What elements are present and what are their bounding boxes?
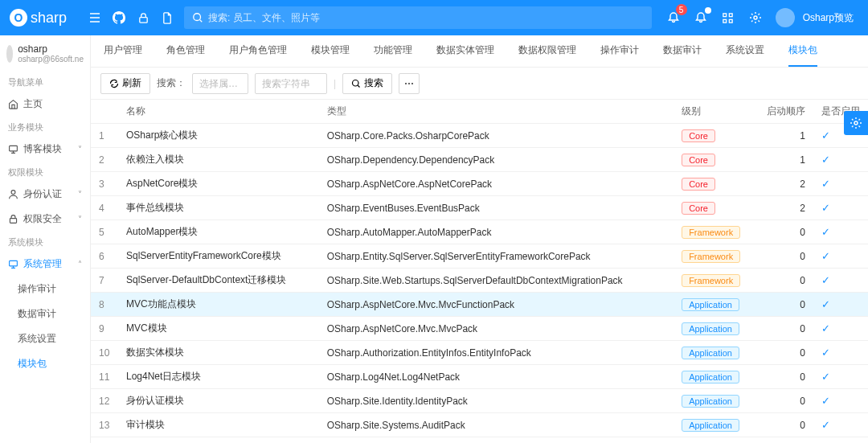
table-row[interactable]: 12 身份认证模块 OSharp.Site.Identity.IdentityP… bbox=[91, 389, 868, 413]
keyword-input[interactable] bbox=[255, 73, 327, 94]
monitor-icon bbox=[8, 144, 18, 154]
row-enabled: ✓ bbox=[813, 317, 868, 341]
table-row[interactable]: 14 系统信息模块 OSharp.Systems.SystemPack Appl… bbox=[91, 437, 868, 444]
search-input[interactable] bbox=[208, 12, 644, 23]
nav-group-label: 权限模块 bbox=[0, 162, 90, 182]
sidebar-item-settings[interactable]: 系统设置 bbox=[0, 326, 90, 351]
tab-sys-setting[interactable]: 系统设置 bbox=[726, 35, 764, 67]
col-type[interactable]: 类型 bbox=[319, 100, 674, 124]
sidebar-item-dataaudit[interactable]: 数据审计 bbox=[0, 301, 90, 326]
nav-item-label: 系统管理 bbox=[23, 257, 62, 271]
table-row[interactable]: 2 依赖注入模块 OSharp.Dependency.DependencyPac… bbox=[91, 148, 868, 172]
chevron-down-icon: ˅ bbox=[78, 215, 82, 224]
table-row[interactable]: 10 数据实体模块 OSharp.Authorization.EntityInf… bbox=[91, 341, 868, 365]
row-name: 数据实体模块 bbox=[118, 341, 319, 365]
col-level[interactable]: 级别 bbox=[674, 100, 759, 124]
sidebar-item-security[interactable]: 权限安全˅ bbox=[0, 207, 90, 232]
gear-icon bbox=[850, 117, 862, 129]
row-index: 12 bbox=[91, 389, 118, 413]
row-level: Framework bbox=[674, 220, 759, 244]
row-type: OSharp.Site.Web.Startups.SqlServerDefaul… bbox=[319, 269, 674, 293]
nav-group-label: 导航菜单 bbox=[0, 72, 90, 92]
nav-group-label: 系统模块 bbox=[0, 232, 90, 252]
row-enabled: ✓ bbox=[813, 365, 868, 389]
tab-module-mgr[interactable]: 模块管理 bbox=[311, 35, 350, 67]
tab-user-mgr[interactable]: 用户管理 bbox=[104, 35, 142, 67]
row-order: 0 bbox=[759, 293, 813, 317]
row-enabled: ✓ bbox=[813, 293, 868, 317]
alert-bell-icon[interactable] bbox=[689, 6, 713, 30]
brand-icon: O bbox=[10, 9, 27, 27]
table-row[interactable]: 13 审计模块 OSharp.Site.Systems.AuditPack Ap… bbox=[91, 413, 868, 437]
notification-bell-icon[interactable]: 5 bbox=[661, 6, 686, 30]
row-level: Core bbox=[674, 172, 759, 196]
sidebar-item-home[interactable]: 主页 bbox=[0, 92, 90, 117]
row-enabled: ✓ bbox=[813, 172, 868, 196]
sidebar-item-opaudit[interactable]: 操作审计 bbox=[0, 277, 90, 301]
sidebar-item-sysmgr[interactable]: 系统管理˄ bbox=[0, 252, 90, 277]
username[interactable]: Osharp预览 bbox=[803, 11, 854, 25]
tab-data-audit[interactable]: 数据审计 bbox=[663, 35, 702, 67]
tab-func-mgr[interactable]: 功能管理 bbox=[374, 35, 412, 67]
sidebar-user-email: osharp@66soft.ne bbox=[18, 55, 84, 64]
tab-entity-mgr[interactable]: 数据实体管理 bbox=[436, 35, 494, 67]
table-row[interactable]: 8 MVC功能点模块 OSharp.AspNetCore.Mvc.MvcFunc… bbox=[91, 293, 868, 317]
row-index: 2 bbox=[91, 148, 118, 172]
brand[interactable]: O sharp bbox=[10, 9, 67, 27]
svg-rect-3 bbox=[730, 13, 733, 16]
row-level: Framework bbox=[674, 269, 759, 293]
col-name[interactable]: 名称 bbox=[118, 100, 319, 124]
row-type: OSharp.Authorization.EntityInfos.EntityI… bbox=[319, 341, 674, 365]
row-order: 0 bbox=[759, 341, 813, 365]
row-type: OSharp.Core.Packs.OsharpCorePack bbox=[319, 124, 674, 148]
theme-settings-fab[interactable] bbox=[844, 111, 868, 135]
row-level: Framework bbox=[674, 244, 759, 269]
menu-collapse-icon[interactable] bbox=[83, 6, 107, 30]
sidebar-user[interactable]: osharp osharp@66soft.ne bbox=[0, 40, 90, 72]
tab-role-mgr[interactable]: 角色管理 bbox=[166, 35, 205, 67]
search-icon bbox=[351, 79, 361, 88]
sidebar-item-identity[interactable]: 身份认证˅ bbox=[0, 182, 90, 207]
row-order: 1 bbox=[759, 148, 813, 172]
table-row[interactable]: 9 MVC模块 OSharp.AspNetCore.Mvc.MvcPack Ap… bbox=[91, 317, 868, 341]
table-row[interactable]: 4 事件总线模块 OSharp.EventBuses.EventBusPack … bbox=[91, 196, 868, 220]
table-row[interactable]: 11 Log4Net日志模块 OSharp.Log4Net.Log4NetPac… bbox=[91, 365, 868, 389]
tab-auth-mgr[interactable]: 数据权限管理 bbox=[518, 35, 576, 67]
global-search[interactable] bbox=[184, 6, 652, 29]
row-name: 身份认证模块 bbox=[118, 389, 319, 413]
more-button[interactable]: ⋯ bbox=[399, 73, 420, 94]
grid-apps-icon[interactable] bbox=[716, 6, 740, 30]
tab-user-role[interactable]: 用户角色管理 bbox=[229, 35, 287, 67]
row-index: 1 bbox=[91, 124, 118, 148]
svg-rect-4 bbox=[723, 19, 727, 23]
row-level: Application bbox=[674, 365, 759, 389]
alert-dot bbox=[705, 7, 711, 14]
table-row[interactable]: 1 OSharp核心模块 OSharp.Core.Packs.OsharpCor… bbox=[91, 124, 868, 148]
settings-gear-icon[interactable] bbox=[743, 6, 768, 30]
svg-rect-2 bbox=[723, 13, 727, 16]
field-select[interactable] bbox=[192, 73, 248, 94]
sidebar-item-blog[interactable]: 博客模块˅ bbox=[0, 137, 90, 162]
user-avatar[interactable] bbox=[776, 8, 795, 27]
sidebar-item-packs[interactable]: 模块包 bbox=[0, 351, 90, 376]
table-row[interactable]: 5 AutoMapper模块 OSharp.AutoMapper.AutoMap… bbox=[91, 220, 868, 244]
nav-item-label: 模块包 bbox=[18, 357, 47, 371]
tab-op-audit[interactable]: 操作审计 bbox=[600, 35, 639, 67]
document-icon[interactable] bbox=[155, 6, 179, 30]
col-order[interactable]: 启动顺序 bbox=[759, 100, 813, 124]
row-order: 0 bbox=[759, 220, 813, 244]
table-row[interactable]: 7 SqlServer-DefaultDbContext迁移模块 OSharp.… bbox=[91, 269, 868, 293]
search-label: 搜索： bbox=[157, 76, 186, 90]
tab-packs[interactable]: 模块包 bbox=[788, 35, 817, 67]
lock-icon[interactable] bbox=[131, 6, 155, 30]
search-button[interactable]: 搜索 bbox=[342, 73, 392, 94]
row-name: 审计模块 bbox=[118, 413, 319, 437]
monitor-icon bbox=[8, 259, 18, 269]
github-icon[interactable] bbox=[107, 6, 131, 30]
refresh-button[interactable]: 刷新 bbox=[100, 73, 150, 94]
table-row[interactable]: 3 AspNetCore模块 OSharp.AspNetCore.AspNetC… bbox=[91, 172, 868, 196]
nav-item-label: 博客模块 bbox=[23, 142, 62, 156]
sidebar: osharp osharp@66soft.ne 导航菜单主页业务模块博客模块˅权… bbox=[0, 35, 91, 443]
row-order: 0 bbox=[759, 244, 813, 269]
table-row[interactable]: 6 SqlServerEntityFrameworkCore模块 OSharp.… bbox=[91, 244, 868, 269]
